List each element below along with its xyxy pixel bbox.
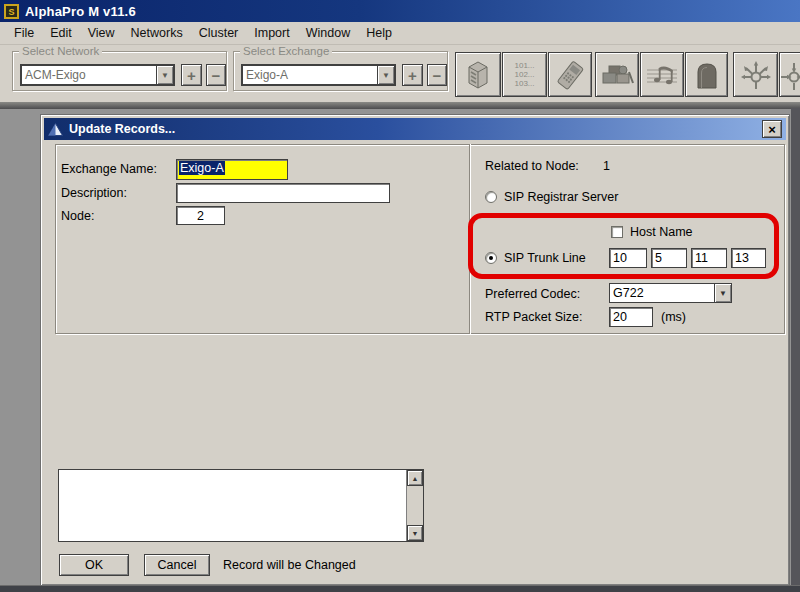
ip-octet-3-field[interactable] <box>691 248 727 268</box>
menu-window[interactable]: Window <box>298 24 358 42</box>
add-exchange-button[interactable]: + <box>402 64 423 86</box>
chevron-down-icon[interactable]: ▼ <box>714 284 731 302</box>
app-logo-icon: S <box>4 4 19 19</box>
menu-edit[interactable]: Edit <box>42 24 80 42</box>
workspace-right-edge <box>791 108 800 592</box>
rtp-unit-label: (ms) <box>661 310 686 324</box>
update-records-dialog: Update Records... × Exchange Name: Exigo… <box>40 114 790 586</box>
host-name-checkbox[interactable] <box>611 226 623 238</box>
cancel-button[interactable]: Cancel <box>144 554 210 576</box>
select-exchange-label: Select Exchange <box>240 45 332 57</box>
toolbar: Select Network ACM-Exigo ▼ + − Select Ex… <box>0 45 800 102</box>
node-label: Node: <box>61 209 94 223</box>
broadcast-out-icon <box>739 58 773 92</box>
exchange-name-label: Exchange Name: <box>61 162 157 176</box>
audio-program-icon <box>645 61 679 89</box>
toolbar-separator <box>0 102 800 109</box>
svg-text:S: S <box>8 7 14 17</box>
menubar: File Edit View Networks Cluster Import W… <box>0 22 800 45</box>
exchange-cabinet-button[interactable] <box>455 52 501 97</box>
notes-scrollbar[interactable]: ▲ ▼ <box>406 470 423 541</box>
description-field[interactable] <box>176 183 390 203</box>
scroll-up-icon[interactable]: ▲ <box>407 470 423 486</box>
preferred-codec-label: Preferred Codec: <box>485 287 580 301</box>
directory-numbers-icon: 101... 102... 103... <box>514 61 534 88</box>
exchange-select-value: Exigo-A <box>243 68 377 82</box>
dialog-titlebar[interactable]: Update Records... × <box>44 118 786 140</box>
sip-trunk-radio[interactable] <box>485 252 497 264</box>
audio-program-button[interactable] <box>640 52 684 97</box>
exchange-select[interactable]: Exigo-A ▼ <box>241 64 396 86</box>
menu-cluster[interactable]: Cluster <box>191 24 247 42</box>
select-network-label: Select Network <box>19 45 102 57</box>
sip-trunk-label: SIP Trunk Line <box>504 251 586 265</box>
workspace-bottom-edge <box>0 585 800 592</box>
notes-box: ▲ ▼ <box>58 469 424 542</box>
intercom-station-icon <box>554 59 586 91</box>
chevron-down-icon[interactable]: ▼ <box>156 66 173 84</box>
station-group-button[interactable] <box>595 52 639 97</box>
broadcast-out-button[interactable] <box>733 52 778 97</box>
broadcast-in-button[interactable] <box>779 52 800 97</box>
ok-button[interactable]: OK <box>59 554 129 576</box>
app-titlebar: S AlphaPro M v11.6 <box>0 0 800 22</box>
network-select[interactable]: ACM-Exigo ▼ <box>20 64 175 86</box>
related-to-node-label: Related to Node: <box>485 159 579 173</box>
chevron-down-icon[interactable]: ▼ <box>377 66 394 84</box>
ip-octet-2-field[interactable] <box>651 248 687 268</box>
intercom-station-button[interactable] <box>548 52 592 97</box>
remove-network-button[interactable]: − <box>206 64 226 86</box>
rtp-packet-size-label: RTP Packet Size: <box>485 310 583 324</box>
directory-numbers-button[interactable]: 101... 102... 103... <box>502 52 547 97</box>
description-label: Description: <box>61 186 127 200</box>
exchange-name-field[interactable]: Exigo-A <box>176 159 288 180</box>
remove-exchange-button[interactable]: − <box>427 64 447 86</box>
menu-file[interactable]: File <box>6 24 42 42</box>
door-station-button[interactable] <box>685 52 728 97</box>
scroll-down-icon[interactable]: ▼ <box>407 525 423 541</box>
exchange-name-selected-text: Exigo-A <box>179 161 225 175</box>
related-to-node-value: 1 <box>603 159 610 173</box>
host-name-label: Host Name <box>630 225 693 239</box>
ip-octet-1-field[interactable] <box>609 248 647 268</box>
menu-view[interactable]: View <box>80 24 123 42</box>
network-select-value: ACM-Exigo <box>22 68 156 82</box>
preferred-codec-value: G722 <box>610 286 714 300</box>
form-divider <box>469 144 471 334</box>
add-network-button[interactable]: + <box>181 64 202 86</box>
close-icon[interactable]: × <box>762 120 782 138</box>
ip-octet-4-field[interactable] <box>731 248 766 268</box>
notes-textarea[interactable] <box>59 470 406 541</box>
menu-import[interactable]: Import <box>246 24 297 42</box>
door-station-icon <box>694 60 720 90</box>
preferred-codec-select[interactable]: G722 ▼ <box>609 283 732 303</box>
form-frame <box>55 144 785 334</box>
rtp-packet-size-field[interactable] <box>609 307 653 327</box>
menu-networks[interactable]: Networks <box>123 24 191 42</box>
dialog-title: Update Records... <box>69 122 175 136</box>
node-field[interactable] <box>176 206 225 225</box>
broadcast-in-icon <box>779 58 800 92</box>
exchange-cabinet-icon <box>463 59 493 91</box>
sip-registrar-label: SIP Registrar Server <box>504 190 618 204</box>
dialog-triangle-icon <box>48 123 63 136</box>
menu-help[interactable]: Help <box>358 24 400 42</box>
status-message: Record will be Changed <box>223 558 356 572</box>
sip-registrar-radio[interactable] <box>485 191 497 203</box>
app-title: AlphaPro M v11.6 <box>25 4 136 19</box>
station-group-icon <box>600 60 634 90</box>
